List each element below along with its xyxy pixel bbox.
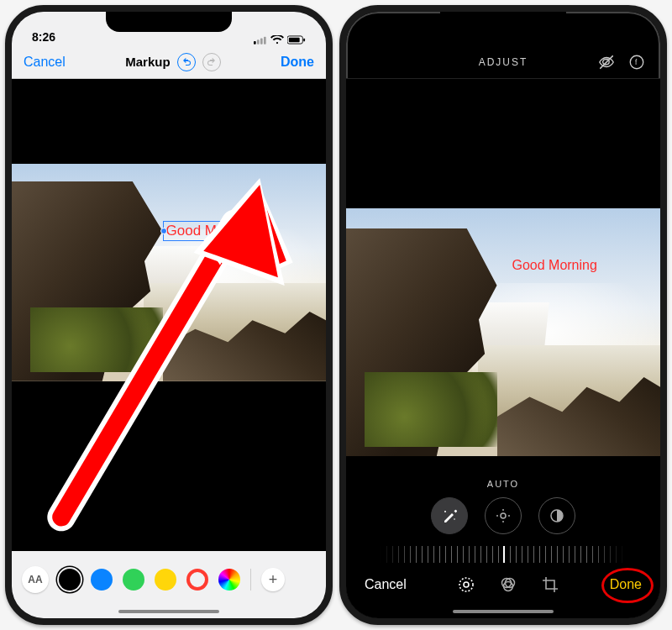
exposure-button[interactable] — [485, 497, 522, 534]
done-button[interactable]: Done — [281, 55, 314, 70]
text-style-button[interactable]: AA — [22, 566, 49, 593]
palette-separator — [250, 569, 251, 591]
status-time: 8:26 — [32, 30, 55, 44]
svg-point-11 — [444, 511, 446, 512]
svg-point-19 — [459, 578, 473, 591]
cancel-button[interactable]: Cancel — [24, 55, 66, 70]
cancel-button[interactable]: Cancel — [365, 577, 407, 592]
adjust-slider[interactable] — [381, 546, 626, 563]
filters-tab-icon[interactable] — [499, 575, 517, 594]
color-swatch-red[interactable] — [186, 569, 208, 591]
svg-rect-2 — [260, 39, 263, 45]
undo-button[interactable] — [177, 53, 196, 71]
color-palette-bar: AA + — [12, 551, 326, 618]
markup-text-box[interactable]: Good Morning — [163, 221, 260, 241]
adjust-tab-icon[interactable] — [457, 575, 475, 594]
markup-nav-bar: Cancel Markup Done — [12, 45, 326, 79]
battery-icon — [287, 34, 306, 44]
adjust-top-bar: ADJUST f — [346, 45, 660, 79]
svg-point-20 — [464, 582, 469, 587]
overlay-text: Good Morning — [509, 257, 599, 274]
device-notch — [440, 12, 566, 32]
photo-preview — [346, 208, 660, 456]
adjust-canvas[interactable]: Good Morning AUTO — [346, 79, 660, 618]
color-swatch-blue[interactable] — [91, 569, 113, 591]
wifi-icon — [270, 34, 284, 44]
svg-rect-5 — [289, 38, 300, 43]
auto-label: AUTO — [487, 479, 519, 489]
svg-rect-1 — [257, 40, 260, 45]
svg-rect-3 — [264, 37, 266, 45]
adjust-title: ADJUST — [479, 56, 528, 68]
svg-rect-0 — [254, 41, 256, 45]
aspect-icon[interactable]: f — [628, 54, 645, 71]
home-indicator[interactable] — [118, 610, 219, 613]
brilliance-button[interactable] — [538, 497, 575, 534]
done-button[interactable]: Done — [610, 577, 642, 592]
svg-point-13 — [501, 513, 506, 518]
device-notch — [106, 12, 232, 32]
crop-tab-icon[interactable] — [541, 575, 559, 594]
color-swatch-yellow[interactable] — [155, 569, 176, 591]
add-tool-button[interactable]: + — [261, 568, 285, 591]
visibility-off-icon[interactable] — [598, 54, 615, 71]
svg-rect-6 — [303, 39, 305, 42]
photo-preview — [12, 164, 326, 381]
markup-title: Markup — [125, 55, 170, 69]
phone-adjust: ADJUST f Good Morning AUTO — [339, 5, 667, 625]
svg-point-23 — [503, 582, 512, 591]
auto-enhance-button[interactable] — [431, 497, 468, 534]
svg-point-12 — [454, 518, 455, 520]
home-indicator[interactable] — [453, 610, 554, 613]
adjust-controls: AUTO — [346, 474, 660, 563]
redo-button[interactable] — [202, 53, 221, 71]
color-swatch-black[interactable] — [59, 569, 81, 591]
color-swatch-green[interactable] — [123, 569, 144, 591]
phone-markup: 8:26 Cancel Markup Done — [5, 5, 333, 625]
markup-canvas[interactable]: Good Morning — [12, 79, 326, 551]
svg-text:f: f — [635, 58, 638, 66]
color-picker-button[interactable] — [218, 569, 240, 591]
cellular-icon — [254, 34, 267, 44]
